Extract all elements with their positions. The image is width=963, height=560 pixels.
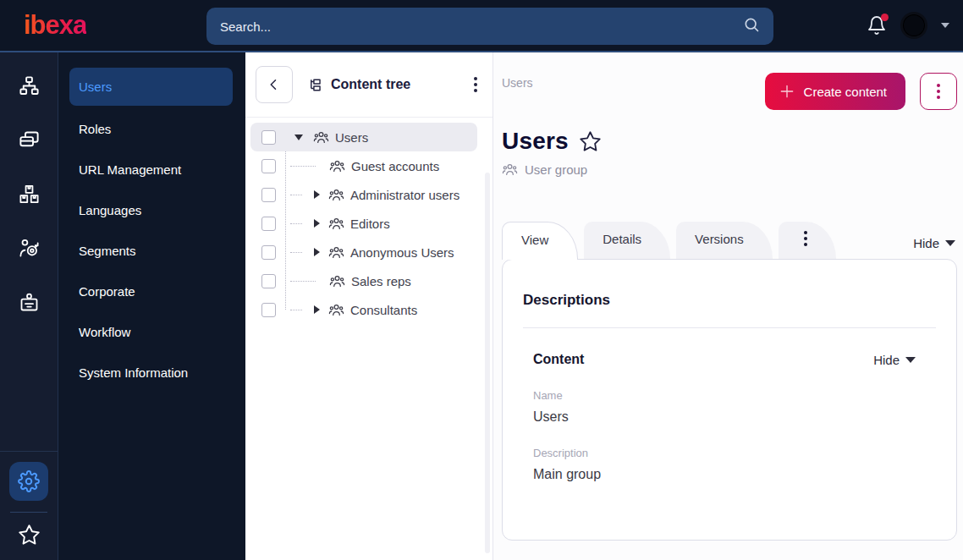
- search-input[interactable]: [220, 19, 743, 34]
- tree-checkbox-users[interactable]: [261, 130, 276, 145]
- tree-item-label: Users: [335, 130, 368, 145]
- rail-divider: [10, 512, 47, 513]
- pages-icon[interactable]: [18, 129, 41, 151]
- expander-expand-icon[interactable]: [314, 305, 320, 314]
- favorite-star-icon[interactable]: [579, 130, 602, 153]
- rail-bottom-section: [0, 451, 58, 560]
- user-menu-caret-icon[interactable]: [941, 23, 949, 28]
- tree-checkbox-anonymous-users[interactable]: [261, 245, 276, 260]
- content-subsection-title: Content: [533, 352, 584, 367]
- menu-item-url-management[interactable]: URL Management: [58, 149, 245, 189]
- page-title: Users: [502, 128, 569, 155]
- tab-details[interactable]: Details: [584, 222, 670, 259]
- notification-badge: [881, 14, 889, 21]
- content-tree-title: Content tree: [331, 77, 410, 92]
- admin-menu-panel: Users Roles URL Management Languages Seg…: [58, 52, 245, 560]
- main-content: Users Create content Users: [493, 52, 963, 560]
- user-group-icon: [313, 129, 329, 145]
- tree-checkbox-sales-reps[interactable]: [261, 274, 276, 288]
- tree-item-editors[interactable]: Editors: [250, 209, 477, 238]
- expander-collapse-icon[interactable]: [294, 135, 303, 140]
- tree-item-label: Anonymous Users: [350, 245, 454, 260]
- menu-item-languages[interactable]: Languages: [58, 189, 245, 230]
- menu-item-users[interactable]: Users: [69, 68, 233, 106]
- section-divider: [523, 327, 936, 328]
- main-icon-rail: [0, 52, 58, 560]
- tree-item-anonymous-users[interactable]: Anonymous Users: [250, 238, 477, 266]
- bookmarks-star-icon[interactable]: [18, 524, 41, 550]
- tree-connector: [290, 223, 302, 224]
- menu-item-segments[interactable]: Segments: [58, 230, 245, 271]
- content-tree-list: Users Guest accounts Administrator users: [245, 118, 493, 324]
- search-icon[interactable]: [743, 16, 760, 36]
- tree-checkbox-administrator-users[interactable]: [261, 188, 276, 202]
- user-group-icon: [328, 216, 344, 232]
- descriptions-section-title: Descriptions: [523, 292, 936, 309]
- sitemap-icon[interactable]: [18, 74, 41, 97]
- tree-item-consultants[interactable]: Consultants: [250, 295, 477, 324]
- tree-checkbox-editors[interactable]: [261, 217, 276, 231]
- tree-item-label: Guest accounts: [351, 159, 439, 173]
- tree-options-kebab-icon[interactable]: [470, 74, 481, 96]
- menu-item-roles[interactable]: Roles: [58, 108, 245, 149]
- content-type-row: User group: [502, 161, 957, 178]
- user-group-icon: [328, 187, 344, 203]
- notifications-bell-icon[interactable]: [867, 15, 887, 36]
- settings-gear-icon[interactable]: [9, 462, 48, 501]
- tree-connector: [290, 310, 302, 310]
- topbar-right-cluster: [867, 0, 949, 51]
- menu-item-system-information[interactable]: System Information: [58, 352, 245, 393]
- boxes-icon[interactable]: [18, 183, 41, 206]
- expander-expand-icon[interactable]: [314, 219, 320, 228]
- more-tabs-kebab-icon: [801, 228, 811, 250]
- content-tree-icon: [307, 77, 323, 93]
- content-tree-panel: Content tree Users Guest accounts: [245, 52, 493, 560]
- view-tab-card: Descriptions Content Hide Name Users Des…: [502, 259, 957, 541]
- tab-view[interactable]: View: [502, 222, 578, 260]
- tree-connector: [290, 166, 316, 167]
- tree-checkbox-consultants[interactable]: [261, 303, 276, 317]
- field-label: Name: [533, 389, 936, 402]
- tree-checkbox-guest-accounts[interactable]: [261, 159, 276, 173]
- global-search[interactable]: [206, 8, 773, 45]
- field-label: Description: [533, 447, 936, 459]
- menu-item-workflow[interactable]: Workflow: [58, 311, 245, 352]
- tree-connector: [290, 252, 302, 253]
- tree-item-guest-accounts[interactable]: Guest accounts: [250, 151, 477, 180]
- user-group-icon: [328, 244, 344, 261]
- hide-tabs-control[interactable]: Hide: [913, 236, 957, 250]
- tab-more-kebab[interactable]: [779, 222, 836, 259]
- ibexa-logo[interactable]: ibexa: [24, 10, 86, 41]
- field-value: Main group: [533, 467, 936, 482]
- expander-expand-icon[interactable]: [314, 248, 320, 256]
- user-avatar[interactable]: [900, 12, 927, 39]
- tree-scrollbar[interactable]: [485, 173, 490, 553]
- chevron-down-icon: [905, 357, 916, 363]
- tree-item-sales-reps[interactable]: Sales reps: [250, 266, 477, 295]
- breadcrumb[interactable]: Users: [502, 76, 533, 90]
- create-content-button[interactable]: Create content: [765, 73, 905, 110]
- user-group-icon: [329, 273, 345, 289]
- tab-versions[interactable]: Versions: [676, 222, 773, 259]
- tree-item-users[interactable]: Users: [250, 123, 477, 151]
- tree-item-label: Editors: [350, 217, 390, 231]
- field-value: Users: [533, 409, 936, 425]
- chevron-down-icon: [945, 240, 955, 246]
- user-group-icon: [328, 302, 344, 318]
- badge-icon[interactable]: [18, 291, 41, 314]
- expander-expand-icon[interactable]: [314, 190, 320, 199]
- tree-item-administrator-users[interactable]: Administrator users: [250, 180, 477, 209]
- application-window: ibexa: [0, 0, 963, 560]
- plus-icon: [779, 83, 795, 100]
- user-group-icon: [502, 162, 518, 178]
- tree-connector: [290, 195, 302, 195]
- content-actions-kebab-button[interactable]: [920, 73, 957, 110]
- menu-item-corporate[interactable]: Corporate: [58, 271, 245, 311]
- content-type-label: User group: [525, 162, 587, 177]
- tree-item-label: Administrator users: [350, 188, 459, 202]
- top-bar: ibexa: [0, 0, 963, 52]
- user-group-icon: [329, 158, 345, 174]
- customer-target-icon[interactable]: [18, 237, 41, 260]
- hide-content-control[interactable]: Hide: [873, 353, 917, 367]
- collapse-tree-button[interactable]: [256, 66, 293, 103]
